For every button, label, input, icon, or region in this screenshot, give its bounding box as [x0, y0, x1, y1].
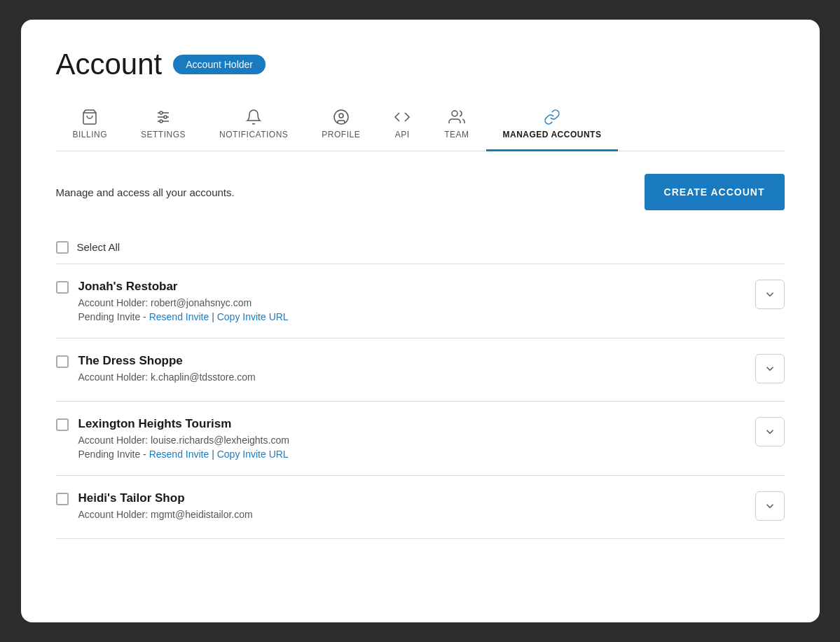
chevron-down-icon [764, 425, 776, 438]
account-checkbox[interactable] [56, 281, 69, 294]
account-name: The Dress Shoppe [78, 354, 755, 368]
select-all-label: Select All [77, 241, 121, 253]
account-holder: Account Holder: louise.richards@lexheigh… [78, 435, 755, 446]
pending-label: Pending Invite - [78, 449, 149, 460]
copy-invite-url-link[interactable]: Copy Invite URL [217, 449, 289, 460]
account-name: Heidi's Tailor Shop [78, 491, 755, 505]
pending-label: Pending Invite - [78, 311, 149, 322]
account-item: Heidi's Tailor Shop Account Holder: mgmt… [56, 476, 785, 539]
resend-invite-link[interactable]: Resend Invite [149, 449, 209, 460]
account-item-row: Heidi's Tailor Shop Account Holder: mgmt… [56, 491, 785, 523]
account-holder: Account Holder: mgmt@heidistailor.com [78, 509, 755, 520]
account-name: Lexington Heights Tourism [78, 417, 755, 431]
account-info: Jonah's Restobar Account Holder: robert@… [78, 280, 755, 322]
svg-point-8 [339, 114, 343, 118]
expand-account-button[interactable] [755, 280, 785, 309]
person-circle-icon [333, 109, 350, 125]
page-title: Account [56, 48, 163, 81]
expand-account-button[interactable] [755, 354, 785, 383]
svg-point-5 [164, 116, 167, 118]
resend-invite-link[interactable]: Resend Invite [149, 311, 209, 322]
link-icon [544, 109, 560, 125]
copy-invite-url-link[interactable]: Copy Invite URL [217, 311, 289, 322]
tab-managed-accounts[interactable]: MANAGED ACCOUNTS [486, 103, 619, 151]
expand-account-button[interactable] [755, 491, 785, 521]
tab-billing[interactable]: BILLING [56, 103, 125, 151]
toolbar-description: Manage and access all your accounts. [56, 186, 235, 198]
tab-settings[interactable]: SETTINGS [124, 103, 202, 151]
account-checkbox[interactable] [56, 493, 69, 505]
tab-team-label: TEAM [444, 130, 469, 139]
account-name: Jonah's Restobar [78, 280, 755, 294]
tab-notifications-label: NOTIFICATIONS [219, 130, 288, 139]
svg-point-6 [160, 120, 163, 123]
account-holder: Account Holder: robert@jonahsnyc.com [78, 297, 755, 308]
page-header: Account Account Holder [56, 48, 785, 81]
accounts-list: Jonah's Restobar Account Holder: robert@… [56, 264, 785, 539]
chevron-down-icon [764, 362, 776, 375]
tab-profile-label: PROFILE [322, 130, 360, 139]
tab-managed-accounts-label: MANAGED ACCOUNTS [503, 130, 602, 139]
account-left: Lexington Heights Tourism Account Holder… [56, 417, 755, 460]
account-item-row: Jonah's Restobar Account Holder: robert@… [56, 280, 785, 322]
account-info: Lexington Heights Tourism Account Holder… [78, 417, 755, 460]
pending-invite-text: Pending Invite - Resend Invite | Copy In… [78, 311, 755, 322]
tab-team[interactable]: TEAM [427, 103, 486, 151]
account-holder-badge: Account Holder [173, 55, 266, 74]
tab-notifications[interactable]: NOTIFICATIONS [202, 103, 305, 151]
account-item-row: The Dress Shoppe Account Holder: k.chapl… [56, 354, 785, 385]
account-holder: Account Holder: k.chaplin@tdsstore.com [78, 371, 755, 383]
code-icon [394, 109, 411, 125]
account-checkbox[interactable] [56, 418, 69, 431]
account-left: Jonah's Restobar Account Holder: robert@… [56, 280, 755, 322]
account-left: Heidi's Tailor Shop Account Holder: mgmt… [56, 491, 755, 523]
tab-profile[interactable]: PROFILE [305, 103, 377, 151]
main-window: Account Account Holder BILLING SETTINGS [21, 20, 820, 622]
account-item: Lexington Heights Tourism Account Holder… [56, 402, 785, 476]
account-left: The Dress Shoppe Account Holder: k.chapl… [56, 354, 755, 385]
team-icon [448, 109, 465, 125]
tab-settings-label: SETTINGS [141, 130, 186, 139]
expand-account-button[interactable] [755, 417, 785, 446]
bell-icon [245, 109, 262, 125]
create-account-button[interactable]: CREATE ACCOUNT [645, 174, 785, 210]
account-info: The Dress Shoppe Account Holder: k.chapl… [78, 354, 755, 385]
nav-tabs: BILLING SETTINGS NOTIFICATIONS [56, 102, 785, 151]
tab-billing-label: BILLING [73, 130, 108, 139]
account-item: Jonah's Restobar Account Holder: robert@… [56, 264, 785, 339]
chevron-down-icon [764, 500, 776, 512]
svg-point-7 [334, 110, 348, 124]
account-checkbox[interactable] [56, 355, 69, 368]
select-all-checkbox[interactable] [56, 241, 69, 254]
account-info: Heidi's Tailor Shop Account Holder: mgmt… [78, 491, 755, 523]
toolbar: Manage and access all your accounts. CRE… [56, 174, 785, 210]
sliders-icon [155, 109, 172, 125]
account-item: The Dress Shoppe Account Holder: k.chapl… [56, 339, 785, 402]
pending-invite-text: Pending Invite - Resend Invite | Copy In… [78, 449, 755, 460]
svg-point-4 [160, 111, 163, 114]
tab-api[interactable]: API [377, 103, 427, 151]
svg-point-9 [452, 111, 457, 116]
chevron-down-icon [764, 288, 776, 301]
account-item-row: Lexington Heights Tourism Account Holder… [56, 417, 785, 460]
tab-api-label: API [395, 130, 410, 139]
select-all-row: Select All [56, 230, 785, 264]
bag-icon [81, 109, 98, 125]
